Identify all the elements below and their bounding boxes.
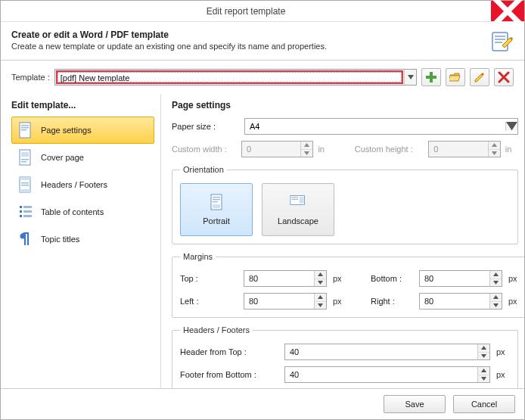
unit-px: px bbox=[496, 347, 510, 356]
sidebar-item-toc[interactable]: Table of contents bbox=[11, 198, 154, 226]
folder-open-icon bbox=[449, 71, 461, 83]
margin-bottom-input[interactable] bbox=[420, 271, 489, 286]
delete-template-button[interactable] bbox=[494, 68, 514, 86]
paper-size-arrow[interactable] bbox=[505, 122, 517, 130]
margin-top-stepper[interactable] bbox=[244, 270, 327, 287]
margin-top-input[interactable] bbox=[244, 271, 314, 286]
svg-rect-19 bbox=[20, 206, 22, 208]
margin-right-stepper[interactable] bbox=[419, 293, 502, 310]
margin-right-input[interactable] bbox=[420, 294, 489, 309]
custom-width-input bbox=[242, 142, 301, 157]
cover-page-icon bbox=[18, 149, 33, 166]
cancel-button[interactable]: Cancel bbox=[453, 395, 515, 413]
svg-rect-24 bbox=[23, 215, 32, 217]
unit-px: px bbox=[333, 297, 346, 306]
spin-up[interactable] bbox=[490, 271, 502, 279]
orientation-portrait-tile[interactable]: Portrait bbox=[180, 183, 253, 236]
spin-up[interactable] bbox=[478, 367, 489, 375]
open-template-button[interactable] bbox=[446, 68, 465, 86]
sidebar-item-page-settings[interactable]: Page settings bbox=[11, 117, 154, 144]
margin-left-input[interactable] bbox=[244, 294, 314, 309]
footer-from-bottom-label: Footer from Bottom : bbox=[180, 370, 278, 379]
orientation-legend: Orientation bbox=[180, 165, 227, 174]
svg-point-25 bbox=[20, 234, 26, 239]
custom-width-stepper bbox=[241, 141, 314, 157]
spin-down[interactable] bbox=[478, 375, 489, 383]
svg-rect-23 bbox=[20, 215, 22, 217]
spin-up[interactable] bbox=[490, 294, 502, 302]
template-combo-arrow[interactable] bbox=[404, 70, 416, 85]
svg-rect-33 bbox=[292, 199, 298, 200]
chevron-down-icon bbox=[493, 303, 499, 307]
save-button[interactable]: Save bbox=[384, 395, 446, 413]
toc-icon bbox=[18, 204, 33, 220]
sidebar-item-label: Page settings bbox=[41, 126, 92, 135]
margin-bottom-stepper[interactable] bbox=[419, 270, 502, 287]
content-title: Page settings bbox=[172, 100, 518, 110]
chevron-up-icon bbox=[493, 295, 499, 299]
new-template-button[interactable] bbox=[421, 68, 441, 86]
close-button[interactable] bbox=[491, 1, 524, 21]
page-icon bbox=[18, 122, 33, 138]
sidebar-item-cover-page[interactable]: Cover page bbox=[11, 144, 154, 171]
unit-px: px bbox=[333, 274, 346, 283]
sidebar-item-topic-titles[interactable]: Topic titles bbox=[11, 226, 154, 253]
spin-up[interactable] bbox=[315, 294, 326, 302]
orientation-landscape-tile[interactable]: Landscape bbox=[262, 183, 334, 236]
paper-size-label: Paper size : bbox=[172, 122, 240, 131]
svg-rect-7 bbox=[21, 125, 29, 126]
svg-rect-16 bbox=[20, 189, 30, 192]
template-label: Template : bbox=[11, 73, 50, 82]
svg-rect-18 bbox=[21, 185, 29, 186]
spin-up[interactable] bbox=[315, 271, 326, 279]
custom-height-stepper bbox=[428, 141, 501, 157]
svg-rect-21 bbox=[20, 210, 22, 213]
spin-down[interactable] bbox=[315, 279, 326, 287]
sidebar-item-label: Topic titles bbox=[41, 235, 79, 244]
chevron-down-icon bbox=[304, 151, 309, 155]
svg-rect-28 bbox=[213, 199, 220, 200]
unit-px: px bbox=[508, 274, 522, 283]
unit-px: px bbox=[508, 297, 522, 306]
svg-rect-11 bbox=[21, 152, 29, 157]
chevron-up-icon bbox=[481, 346, 486, 350]
svg-rect-30 bbox=[213, 204, 220, 208]
custom-height-input bbox=[429, 142, 488, 157]
svg-rect-27 bbox=[213, 197, 220, 198]
sidebar-item-headers-footers[interactable]: Headers / Footers bbox=[11, 171, 154, 198]
template-combo-value: [pdf] New template bbox=[56, 70, 403, 84]
edit-template-icon bbox=[489, 30, 514, 54]
header-from-top-input[interactable] bbox=[285, 344, 477, 359]
spin-up[interactable] bbox=[478, 344, 489, 353]
margin-left-stepper[interactable] bbox=[244, 293, 327, 310]
pilcrow-icon bbox=[18, 231, 33, 247]
spin-down[interactable] bbox=[315, 302, 326, 310]
margins-fieldset: Margins Top : px Bottom : px bbox=[172, 252, 524, 318]
edit-template-button[interactable] bbox=[470, 68, 489, 86]
paper-size-select[interactable]: A4 bbox=[244, 118, 518, 135]
body: Edit template... Page settings Cover pag… bbox=[1, 94, 524, 388]
unit-px: px bbox=[496, 370, 510, 379]
chevron-down-icon bbox=[408, 75, 414, 79]
spin-down[interactable] bbox=[478, 353, 489, 360]
header-desc: Create a new template or update an exist… bbox=[11, 42, 482, 51]
hf-legend: Headers / Footers bbox=[180, 325, 253, 334]
template-combo[interactable]: [pdf] New template bbox=[54, 69, 417, 86]
margin-top-label: Top : bbox=[180, 274, 238, 283]
footer-from-bottom-input[interactable] bbox=[285, 367, 477, 382]
header-from-top-stepper[interactable] bbox=[284, 344, 490, 360]
pencil-icon bbox=[474, 71, 486, 83]
chevron-down-icon bbox=[506, 122, 517, 130]
footer-from-bottom-stepper[interactable] bbox=[284, 366, 490, 383]
save-button-label: Save bbox=[405, 400, 424, 409]
paper-size-row: Paper size : A4 bbox=[172, 118, 518, 135]
header-title: Create or edit a Word / PDF template bbox=[11, 30, 482, 40]
svg-rect-9 bbox=[21, 129, 26, 131]
svg-rect-5 bbox=[426, 76, 436, 79]
spin-down[interactable] bbox=[490, 279, 502, 287]
chevron-down-icon bbox=[481, 354, 486, 358]
chevron-up-icon bbox=[481, 369, 486, 372]
chevron-down-icon bbox=[318, 281, 323, 285]
spin-down[interactable] bbox=[490, 302, 502, 310]
chevron-up-icon bbox=[304, 143, 309, 147]
